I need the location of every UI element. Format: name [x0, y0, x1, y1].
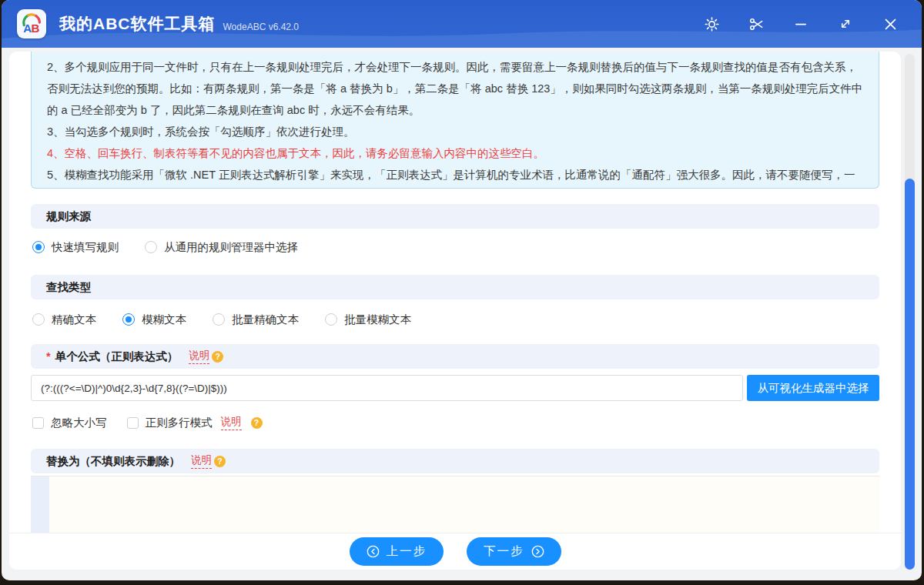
- maximize-restore-icon[interactable]: [837, 15, 854, 32]
- app-version: WodeABC v6.42.0: [223, 22, 300, 32]
- formula-help-link[interactable]: 说明: [189, 349, 209, 364]
- regex-formula-input[interactable]: [31, 375, 743, 401]
- radio-icon[interactable]: [145, 241, 157, 253]
- next-step-label: 下一步: [484, 543, 524, 560]
- radio-label: 快速填写规则: [52, 240, 119, 255]
- radio-icon[interactable]: [325, 313, 337, 326]
- checkbox-multiline-mode[interactable]: 正则多行模式 说明 ?: [127, 415, 263, 430]
- section-title: 替换为（不填则表示删除）: [46, 454, 180, 469]
- scissors-icon[interactable]: [748, 15, 765, 32]
- rules-notice-box: 2、多个规则应用于同一文件时，只有在上一条规则处理完后，才会处理下一条规则。因此…: [31, 52, 879, 189]
- radio-icon[interactable]: [213, 313, 225, 326]
- open-visual-generator-button[interactable]: 从可视化生成器中选择: [747, 375, 879, 401]
- radio-exact-text[interactable]: 精确文本: [32, 313, 96, 327]
- scrollbar-track[interactable]: [905, 54, 915, 570]
- previous-step-label: 上一步: [387, 543, 427, 560]
- radio-label: 模糊文本: [142, 313, 186, 327]
- scrollbar-thumb[interactable]: [905, 179, 915, 570]
- radio-label: 批量精确文本: [232, 313, 299, 327]
- app-window: A B 我的ABC软件工具箱 WodeABC v6.42.0: [2, 0, 922, 580]
- settings-gear-icon[interactable]: [703, 15, 720, 32]
- find-type-options: 精确文本 模糊文本 批量精确文本 批量模糊文本: [31, 309, 879, 330]
- main-panel: 2、多个规则应用于同一文件时，只有在上一条规则处理完后，才会处理下一条规则。因此…: [9, 52, 901, 570]
- regex-modifier-options: 忽略大小写 正则多行模式 说明 ?: [31, 412, 879, 433]
- app-logo-icon: A B: [17, 9, 46, 38]
- previous-step-button[interactable]: 上一步: [350, 537, 444, 566]
- checkbox-ignore-case[interactable]: 忽略大小写: [32, 416, 107, 430]
- question-mark-icon[interactable]: ?: [251, 417, 263, 429]
- radio-batch-fuzzy-text[interactable]: 批量模糊文本: [325, 313, 411, 327]
- radio-icon[interactable]: [32, 241, 45, 253]
- required-asterisk: *: [46, 350, 51, 363]
- checkbox-label: 正则多行模式: [146, 416, 213, 430]
- next-step-button[interactable]: 下一步: [467, 537, 561, 566]
- minimize-icon[interactable]: [792, 15, 809, 32]
- radio-icon[interactable]: [32, 313, 45, 326]
- section-header-replace: 替换为（不填则表示删除） 说明 ?: [31, 449, 879, 473]
- svg-text:A: A: [23, 22, 32, 35]
- rule-source-options: 快速填写规则 从通用的规则管理器中选择: [31, 236, 879, 258]
- section-header-rule-source: 规则来源: [31, 204, 879, 229]
- section-title: 规则来源: [46, 209, 91, 224]
- close-icon[interactable]: [882, 15, 899, 32]
- svg-text:B: B: [32, 22, 40, 35]
- section-header-find-type: 查找类型: [31, 275, 879, 299]
- radio-label: 精确文本: [52, 313, 96, 327]
- question-mark-icon[interactable]: ?: [214, 456, 226, 467]
- notice-item: 5、模糊查找功能采用「微软 .NET 正则表达式解析引擎」来实现，「正则表达式」…: [47, 164, 863, 189]
- checkbox-icon[interactable]: [127, 417, 139, 429]
- wizard-footer: 上一步 下一步: [9, 533, 901, 570]
- section-title: 单个公式（正则表达式）: [55, 349, 179, 364]
- multiline-help-link[interactable]: 说明: [221, 415, 242, 430]
- replace-help-link[interactable]: 说明: [191, 453, 212, 469]
- notice-item: 3、当勾选多个规则时，系统会按「勾选顺序」依次进行处理。: [47, 121, 863, 142]
- section-header-formula: * 单个公式（正则表达式） 说明 ?: [31, 344, 879, 369]
- app-title: 我的ABC软件工具箱: [59, 13, 216, 35]
- formula-input-row: 从可视化生成器中选择: [31, 375, 879, 401]
- radio-quick-fill-rule[interactable]: 快速填写规则: [32, 240, 119, 255]
- radio-fuzzy-text[interactable]: 模糊文本: [122, 313, 186, 327]
- radio-icon[interactable]: [122, 313, 135, 326]
- radio-label: 从通用的规则管理器中选择: [164, 240, 298, 255]
- section-title: 查找类型: [46, 280, 91, 295]
- chevron-right-circle-icon: [531, 545, 544, 558]
- checkbox-icon[interactable]: [32, 417, 44, 429]
- title-bar: A B 我的ABC软件工具箱 WodeABC v6.42.0: [2, 0, 922, 48]
- radio-label: 批量模糊文本: [344, 313, 411, 327]
- notice-item: 2、多个规则应用于同一文件时，只有在上一条规则处理完后，才会处理下一条规则。因此…: [47, 56, 863, 121]
- radio-from-rule-manager[interactable]: 从通用的规则管理器中选择: [145, 240, 298, 255]
- checkbox-label: 忽略大小写: [51, 416, 107, 430]
- notice-item: 4、空格、回车换行、制表符等看不见的内容也属于文本，因此，请务必留意输入内容中的…: [47, 142, 863, 164]
- chevron-left-circle-icon: [367, 545, 380, 558]
- question-mark-icon[interactable]: ?: [212, 351, 223, 363]
- radio-batch-exact-text[interactable]: 批量精确文本: [213, 313, 299, 327]
